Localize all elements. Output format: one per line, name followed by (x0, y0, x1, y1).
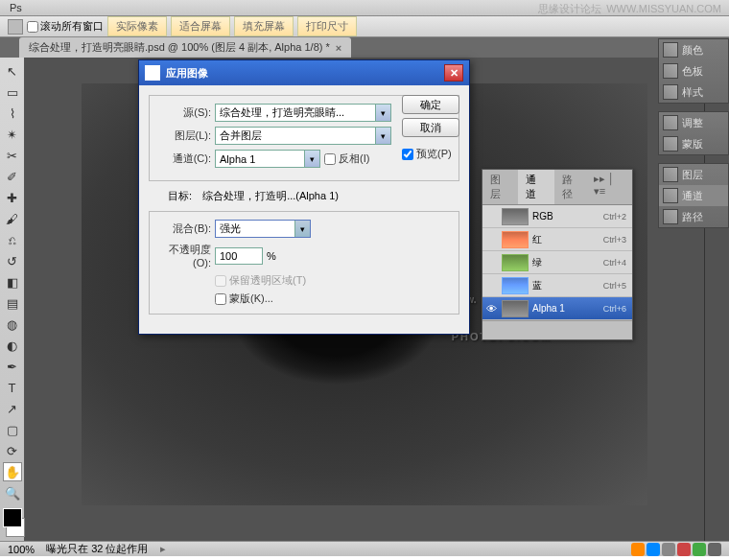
right-panels: 颜色 色板 样式 调整 蒙版 图层 通道 路径 (658, 38, 729, 228)
source-combo[interactable]: 综合处理，打造明亮眼睛...▾ (215, 104, 391, 122)
close-tab-icon[interactable]: × (336, 42, 341, 54)
chevron-down-icon[interactable]: ▾ (304, 151, 319, 167)
channel-footer (482, 320, 632, 339)
status-icon[interactable] (631, 543, 645, 556)
panel-paths[interactable]: 路径 (659, 206, 728, 227)
panel-color[interactable]: 颜色 (659, 39, 728, 60)
status-icon[interactable] (693, 543, 706, 556)
marquee-tool[interactable]: ▭ (3, 82, 22, 102)
print-size-button[interactable]: 打印尺寸 (297, 16, 357, 36)
type-tool[interactable]: T (3, 378, 22, 397)
wand-tool[interactable]: ✴ (3, 125, 22, 144)
dialog-icon (145, 65, 160, 81)
3d-tool[interactable]: ⟳ (3, 441, 22, 460)
channels-panel: 图层 通道 路径 ▸▸ │ ▾≡ RGBCtrl+2 红Ctrl+3 绿Ctrl… (482, 169, 633, 340)
chevron-down-icon[interactable]: ▾ (294, 221, 310, 237)
status-hint: 曝光只在 32 位起作用 (46, 542, 148, 556)
fit-screen-button[interactable]: 适合屏幕 (171, 16, 230, 36)
photoshop-window: Ps 思缘设计论坛 WWW.MISSYUAN.COM 滚动所有窗口 实际像素 适… (0, 0, 729, 508)
layer-label: 图层(L): (157, 128, 211, 143)
crop-tool[interactable]: ✂ (3, 146, 22, 165)
channel-row-alpha1[interactable]: 👁Alpha 1Ctrl+6 (482, 297, 632, 320)
statusbar: 100% 曝光只在 32 位起作用 ▸ (0, 541, 729, 556)
panel-masks[interactable]: 蒙版 (659, 133, 728, 154)
blend-label: 混合(B): (157, 222, 211, 236)
chevron-down-icon[interactable]: ▾ (375, 105, 390, 121)
opacity-label: 不透明度(O): (157, 243, 211, 268)
dodge-tool[interactable]: ◐ (3, 336, 22, 355)
document-tab[interactable]: 综合处理，打造明亮眼睛.psd @ 100% (图层 4 副本, Alpha 1… (19, 37, 351, 58)
tab-paths[interactable]: 路径 (554, 170, 590, 204)
ok-button[interactable]: 确定 (402, 95, 459, 114)
panel-menu-icon[interactable]: ▸▸ │ ▾≡ (590, 170, 632, 204)
scroll-all-checkbox[interactable]: 滚动所有窗口 (27, 19, 104, 34)
options-bar: 滚动所有窗口 实际像素 适合屏幕 填充屏幕 打印尺寸 (0, 16, 729, 37)
stamp-tool[interactable]: ⎌ (3, 230, 22, 249)
shape-tool[interactable]: ▢ (3, 420, 22, 439)
preview-checkbox[interactable]: 预览(P) (402, 147, 459, 161)
eyedropper-tool[interactable]: ✐ (3, 167, 22, 186)
mask-checkbox[interactable]: 蒙版(K)... (215, 292, 391, 306)
gradient-tool[interactable]: ▤ (3, 293, 22, 313)
channel-combo[interactable]: Alpha 1▾ (215, 150, 320, 168)
panel-styles[interactable]: 样式 (659, 82, 728, 103)
channel-row-red[interactable]: 红Ctrl+3 (482, 228, 632, 251)
dialog-titlebar[interactable]: 应用图像 ✕ (139, 60, 469, 85)
panel-swatches[interactable]: 色板 (659, 60, 728, 82)
tab-layers[interactable]: 图层 (482, 170, 518, 204)
path-tool[interactable]: ↗ (3, 399, 22, 418)
preserve-checkbox: 保留透明区域(T) (215, 273, 391, 288)
panel-channels[interactable]: 通道 (659, 185, 728, 206)
channel-row-rgb[interactable]: RGBCtrl+2 (482, 205, 632, 228)
zoom-level[interactable]: 100% (8, 544, 35, 555)
eraser-tool[interactable]: ◧ (3, 272, 22, 292)
chevron-down-icon[interactable]: ▾ (375, 128, 390, 144)
lasso-tool[interactable]: ⌇ (3, 104, 22, 123)
source-label: 源(S): (157, 105, 211, 120)
target-label: 目标: (168, 189, 192, 203)
move-tool[interactable]: ↖ (3, 61, 22, 81)
blend-combo[interactable]: 强光▾ (215, 220, 311, 238)
menu-ps[interactable]: Ps (4, 0, 28, 15)
document-tabbar: 综合处理，打造明亮眼睛.psd @ 100% (图层 4 副本, Alpha 1… (0, 37, 729, 58)
tab-channels[interactable]: 通道 (518, 170, 553, 204)
channel-row-green[interactable]: 绿Ctrl+4 (482, 251, 632, 274)
panel-layers[interactable]: 图层 (659, 164, 728, 185)
opacity-input[interactable] (215, 247, 263, 265)
brush-tool[interactable]: 🖌 (3, 209, 22, 228)
visibility-icon[interactable]: 👁 (484, 302, 498, 315)
target-value: 综合处理，打造明...(Alpha 1) (202, 189, 339, 203)
layer-combo[interactable]: 合并图层▾ (215, 127, 391, 145)
status-icon[interactable] (647, 543, 660, 556)
history-brush-tool[interactable]: ↺ (3, 251, 22, 270)
hand-icon[interactable] (8, 19, 23, 35)
invert-checkbox[interactable]: 反相(I) (324, 152, 369, 166)
hand-tool[interactable]: ✋ (3, 462, 22, 481)
foreground-swatch[interactable] (3, 508, 22, 527)
channel-label: 通道(C): (157, 152, 211, 166)
channel-list: RGBCtrl+2 红Ctrl+3 绿Ctrl+4 蓝Ctrl+5 👁Alpha… (482, 205, 632, 320)
channel-row-blue[interactable]: 蓝Ctrl+5 (482, 274, 632, 297)
apply-image-dialog: 应用图像 ✕ 确定 取消 预览(P) 源(S): 综合处理，打造明亮眼睛...▾… (138, 59, 470, 335)
close-icon[interactable]: ✕ (444, 64, 463, 82)
status-icon[interactable] (662, 543, 675, 556)
header-credit: 思缘设计论坛 WWW.MISSYUAN.COM (538, 2, 721, 16)
status-icon[interactable] (708, 543, 721, 556)
zoom-tool[interactable]: 🔍 (3, 483, 22, 502)
status-icon[interactable] (677, 543, 691, 556)
cancel-button[interactable]: 取消 (402, 118, 459, 137)
healing-tool[interactable]: ✚ (3, 188, 22, 207)
toolbox: ↖ ▭ ⌇ ✴ ✂ ✐ ✚ 🖌 ⎌ ↺ ◧ ▤ ◍ ◐ ✒ T ↗ ▢ ⟳ ✋ … (0, 58, 25, 541)
actual-pixels-button[interactable]: 实际像素 (107, 16, 167, 36)
pen-tool[interactable]: ✒ (3, 357, 22, 376)
fill-screen-button[interactable]: 填充屏幕 (234, 16, 294, 36)
blur-tool[interactable]: ◍ (3, 315, 22, 334)
panel-adjust[interactable]: 调整 (659, 112, 728, 133)
